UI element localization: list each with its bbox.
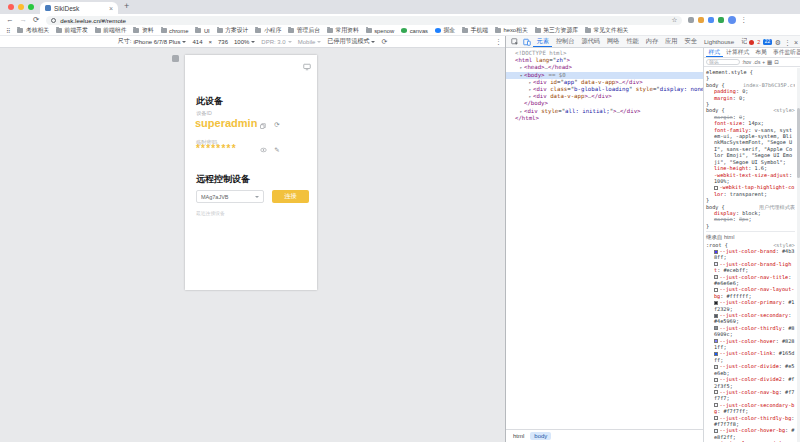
color-swatch[interactable] bbox=[714, 186, 718, 190]
connect-button[interactable]: 连接 bbox=[272, 190, 309, 203]
extension-icon[interactable] bbox=[708, 17, 714, 23]
bookmark-item[interactable]: 手机端 bbox=[462, 26, 488, 35]
bookmark-item[interactable]: 前端组件 bbox=[95, 26, 127, 35]
devtools-tab[interactable]: 元素 bbox=[533, 36, 552, 48]
devtools-tab[interactable]: 内存 bbox=[642, 36, 661, 48]
dom-tree-row[interactable]: ▸<head>…</head> bbox=[506, 64, 703, 71]
dom-tree-row[interactable]: <html lang="zh"> bbox=[506, 57, 703, 64]
forward-icon[interactable]: → bbox=[20, 16, 28, 24]
styles-tab[interactable]: 计算样式 bbox=[724, 48, 752, 58]
bookmark-item[interactable]: 管理后台 bbox=[288, 26, 320, 35]
dpr-select[interactable]: DPR: 3.0 bbox=[261, 39, 291, 45]
bookmark-item[interactable]: hexo相关 bbox=[495, 26, 528, 35]
extension-icon[interactable] bbox=[718, 17, 724, 23]
site-info-icon[interactable] bbox=[51, 18, 56, 23]
css-property[interactable]: font-family: v-sans, system-ui, -apple-s… bbox=[706, 127, 795, 165]
styles-tab[interactable]: 样式 bbox=[706, 48, 723, 58]
bookmark-item[interactable]: 常见文件相关 bbox=[585, 26, 628, 35]
styles-tab[interactable]: 事件监听器 bbox=[770, 48, 800, 58]
dom-tree-row[interactable]: ▸<div data-v-app>…</div> bbox=[506, 93, 703, 100]
color-swatch[interactable] bbox=[714, 288, 718, 292]
css-property[interactable]: --just-color-nav-layout-bg: #ffffff; bbox=[706, 286, 795, 299]
inspect-icon[interactable] bbox=[509, 36, 520, 47]
fullscreen-window-button[interactable] bbox=[28, 4, 34, 10]
close-icon[interactable]: × bbox=[794, 39, 798, 46]
color-swatch[interactable] bbox=[714, 403, 718, 407]
css-property[interactable]: --just-color-nav-bg: #f7f7f7; bbox=[706, 389, 795, 402]
color-swatch[interactable] bbox=[714, 326, 718, 330]
new-tab-button[interactable]: + bbox=[124, 1, 129, 11]
refresh-id-icon[interactable]: ⟳ bbox=[273, 121, 281, 129]
extension-icon[interactable] bbox=[698, 17, 704, 23]
extension-icon[interactable] bbox=[688, 17, 694, 23]
device-type-select[interactable]: Mobile bbox=[298, 39, 322, 45]
floating-widget[interactable] bbox=[172, 55, 179, 62]
device-toolbar-toggle-icon[interactable] bbox=[521, 36, 532, 47]
color-swatch[interactable] bbox=[714, 352, 718, 356]
url-text[interactable]: desk.leelue.cn/#/remote bbox=[60, 17, 667, 24]
stylesheet-link[interactable]: index-B7b6C35P.css:1 bbox=[743, 82, 795, 88]
bookmark-item[interactable]: UI bbox=[195, 28, 209, 34]
breadcrumb-html[interactable]: html bbox=[509, 432, 528, 440]
styles-filter-input[interactable] bbox=[706, 59, 740, 66]
device-toolbar-menu-icon[interactable]: ⋮ bbox=[495, 38, 502, 46]
dom-tree-row[interactable]: ▸<div id="app" data-v-app>…</div> bbox=[506, 79, 703, 86]
color-swatch[interactable] bbox=[714, 314, 718, 318]
css-property[interactable]: --just-color-primary: #1f2329; bbox=[706, 299, 795, 312]
bookmark-item[interactable]: 考核相关 bbox=[17, 26, 49, 35]
throttling-select[interactable]: 已停用节流模式 bbox=[327, 37, 375, 46]
rotate-icon[interactable]: ⟳ bbox=[381, 38, 387, 45]
copy-icon[interactable] bbox=[259, 122, 267, 130]
tab-close-icon[interactable]: × bbox=[109, 5, 113, 12]
css-property[interactable]: --just-color-secondary: #4e5969; bbox=[706, 312, 795, 325]
stylesheet-link[interactable]: <style> bbox=[773, 242, 795, 248]
color-swatch[interactable] bbox=[714, 429, 718, 433]
stylesheet-link[interactable]: <style> bbox=[773, 107, 795, 113]
devtools-tab[interactable]: Lighthouse bbox=[700, 36, 737, 48]
color-swatch[interactable] bbox=[714, 378, 718, 382]
gear-icon[interactable]: ⚙ bbox=[775, 39, 781, 46]
edit-icon[interactable]: ✎ bbox=[273, 146, 281, 154]
devtools-tab[interactable]: 性能 bbox=[623, 36, 642, 48]
color-swatch[interactable] bbox=[714, 365, 718, 369]
dom-tree-row[interactable]: ▸<div style="all: initial;">…</div> bbox=[506, 108, 703, 115]
stylesheet-link[interactable]: 用户代理样式表 bbox=[759, 204, 795, 210]
monitor-icon[interactable] bbox=[303, 63, 311, 71]
css-property[interactable]: --just-color-hover-bg: #e8f2ff; bbox=[706, 427, 795, 440]
reload-icon[interactable]: ⟳ bbox=[33, 16, 39, 24]
profile-avatar[interactable] bbox=[728, 16, 736, 24]
css-property[interactable]: --just-color-thirdly: #86909c; bbox=[706, 325, 795, 338]
bookmark-item[interactable]: canvas bbox=[401, 28, 428, 34]
css-property[interactable]: -webkit-text-size-adjust: 100%; bbox=[706, 172, 795, 185]
devtools-tab[interactable]: 安全 bbox=[681, 36, 700, 48]
viewport-height-field[interactable]: 736 bbox=[218, 39, 228, 45]
browser-tab[interactable]: SikiDesk × bbox=[40, 2, 118, 14]
hover-toggle[interactable]: :hov bbox=[742, 60, 751, 65]
styles-tab[interactable]: 布局 bbox=[753, 48, 770, 58]
css-property[interactable]: --just-color-link: #165dff; bbox=[706, 350, 795, 363]
new-rule-button[interactable]: + bbox=[762, 60, 765, 65]
dom-tree-row[interactable]: <!DOCTYPE html> bbox=[506, 50, 703, 57]
bookmark-star-icon[interactable]: ☆ bbox=[671, 16, 677, 24]
issues-badge[interactable]: 22 bbox=[763, 39, 771, 45]
color-swatch[interactable] bbox=[714, 275, 718, 279]
bookmark-item[interactable]: 资料 bbox=[133, 26, 153, 35]
css-property[interactable]: --just-color-hover: #8281ff; bbox=[706, 338, 795, 351]
css-property[interactable]: --just-color-nav-title: #e6e6e6; bbox=[706, 274, 795, 287]
bookmark-item[interactable]: chrome bbox=[161, 28, 189, 34]
devtools-menu-icon[interactable]: ⋮ bbox=[784, 39, 791, 46]
bookmark-item[interactable]: 小程序 bbox=[255, 26, 281, 35]
dom-tree-row[interactable]: </html> bbox=[506, 115, 703, 122]
apps-grid-icon[interactable]: ⠿ bbox=[6, 27, 10, 34]
close-window-button[interactable] bbox=[8, 4, 14, 10]
devtools-tab[interactable]: 应用 bbox=[662, 36, 681, 48]
devtools-tab[interactable]: 网络 bbox=[604, 36, 623, 48]
remote-device-select[interactable]: MAg7aJVB bbox=[196, 190, 264, 203]
css-property[interactable]: --just-color-brand: #4b38ff; bbox=[706, 248, 795, 261]
grid-icon[interactable]: ▦ bbox=[767, 59, 772, 65]
browser-menu-icon[interactable]: ⋮ bbox=[740, 16, 747, 24]
css-property[interactable]: --just-color-divide2: #f2f3f5; bbox=[706, 376, 795, 389]
class-toggle[interactable]: .cls bbox=[753, 60, 760, 65]
devtools-tab[interactable]: 源代码 bbox=[578, 36, 604, 48]
eye-icon[interactable] bbox=[259, 146, 267, 154]
